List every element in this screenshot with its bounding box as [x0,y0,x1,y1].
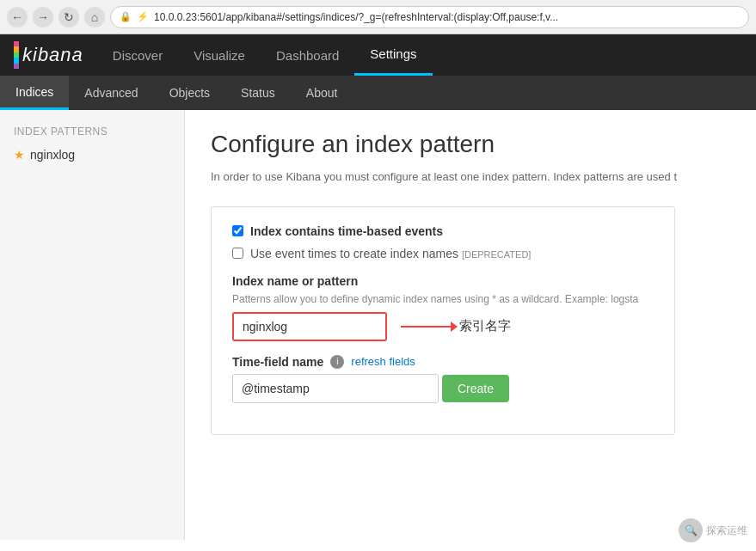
info-icon[interactable]: i [330,355,344,369]
sidebar: Index Patterns ★ nginxlog [0,110,185,540]
checkbox-event-times[interactable] [232,248,243,259]
nav-discover[interactable]: Discover [97,34,178,76]
annotation-arrow: 索引名字 [401,318,511,334]
index-description: Patterns allow you to define dynamic ind… [232,293,654,305]
main-nav: Discover Visualize Dashboard Settings [97,34,756,76]
time-field-label-row: Time-field name i refresh fields [232,355,654,369]
lock-icon: 🔒 [120,11,132,22]
kibana-logo-text: kibana [22,44,83,66]
arrow-line [401,326,452,328]
checkbox-event-times-row: Use event times to create index names [D… [232,247,654,260]
subnav-indices[interactable]: Indices [0,76,69,110]
browser-chrome: ← → ↻ ⌂ 🔒 ⚡ 10.0.0.23:5601/app/kibana#/s… [0,0,756,34]
reload-button[interactable]: ↻ [58,7,79,28]
input-annotation-row: 索引名字 [232,312,654,341]
url-text: 10.0.0.23:5601/app/kibana#/settings/indi… [154,11,558,23]
form-panel: Index contains time-based events Use eve… [211,206,675,435]
checkbox-time-based-label: Index contains time-based events [250,224,443,238]
index-name-input[interactable] [232,312,387,341]
star-icon: ★ [14,148,25,162]
nav-settings[interactable]: Settings [354,34,432,76]
home-button[interactable]: ⌂ [84,7,105,28]
nav-dashboard[interactable]: Dashboard [261,34,354,76]
time-field-input[interactable] [232,374,439,403]
checkbox-time-based-row: Index contains time-based events [232,224,654,238]
sidebar-item-nginxlog[interactable]: ★ nginxlog [0,141,184,168]
subnav-objects[interactable]: Objects [154,76,225,110]
settings-subnav: Indices Advanced Objects Status About [0,76,756,110]
page-description: In order to use Kibana you must configur… [211,168,730,186]
page-title: Configure an index pattern [211,131,730,158]
sidebar-section-title: Index Patterns [0,119,184,141]
checkbox-event-times-label: Use event times to create index names [D… [250,247,531,260]
index-name-label: Index name or pattern [232,274,654,288]
back-button[interactable]: ← [7,7,28,28]
kibana-header: kibana Discover Visualize Dashboard Sett… [0,34,756,76]
sidebar-item-label: nginxlog [30,148,75,162]
watermark: 🔍 探索运维 [679,518,747,540]
subnav-about[interactable]: About [291,76,353,110]
time-field-label: Time-field name [232,355,323,369]
nav-visualize[interactable]: Visualize [178,34,261,76]
annotation-text: 索引名字 [459,318,511,334]
create-button[interactable]: Create [442,375,509,402]
subnav-status[interactable]: Status [225,76,291,110]
content-area: Configure an index pattern In order to u… [185,110,756,540]
forward-button[interactable]: → [33,7,53,28]
watermark-icon: 🔍 [679,518,703,540]
checkbox-time-based[interactable] [232,225,243,236]
address-bar[interactable]: 🔒 ⚡ 10.0.0.23:5601/app/kibana#/settings/… [110,6,749,28]
main-layout: Index Patterns ★ nginxlog Configure an i… [0,110,756,540]
kibana-logo: kibana [0,34,97,76]
refresh-fields-link[interactable]: refresh fields [351,355,415,368]
subnav-advanced[interactable]: Advanced [69,76,153,110]
kibana-logo-bar-stripes [14,41,19,69]
deprecated-label: [DEPRECATED] [462,249,531,260]
watermark-text: 探索运维 [706,523,747,538]
favicon: ⚡ [137,11,149,22]
